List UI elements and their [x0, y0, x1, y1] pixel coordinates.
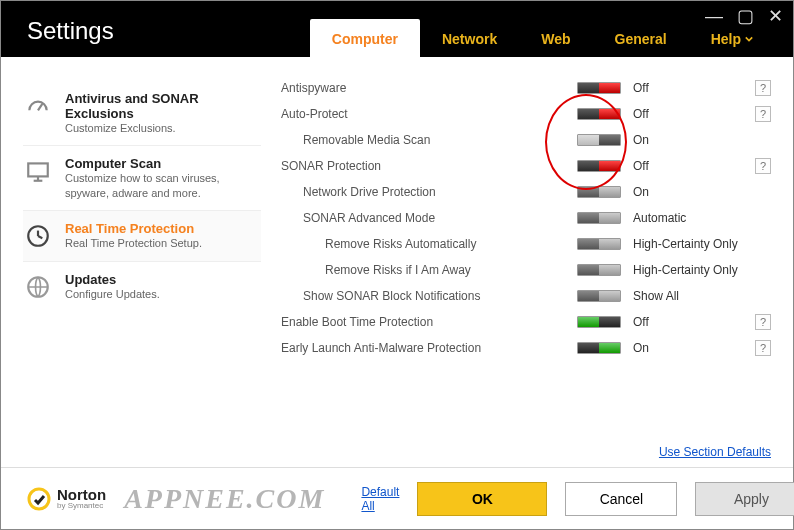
globe-icon: [23, 272, 53, 302]
brand-sub: by Symantec: [57, 502, 106, 510]
toggle-switch[interactable]: [577, 264, 621, 276]
setting-value: Show All: [621, 289, 751, 303]
use-section-defaults-link[interactable]: Use Section Defaults: [659, 445, 771, 459]
tab-network[interactable]: Network: [420, 19, 519, 57]
setting-label: Antispyware: [281, 81, 569, 95]
sidebar-item-label: Antivirus and SONAR Exclusions: [65, 91, 255, 121]
toggle-switch[interactable]: [577, 160, 621, 172]
titlebar: Settings Computer Network Web General He…: [1, 1, 793, 57]
setting-row: SONAR ProtectionOff?: [281, 153, 771, 179]
svg-rect-1: [28, 164, 48, 177]
norton-logo-icon: [27, 487, 51, 511]
setting-label: Enable Boot Time Protection: [281, 315, 569, 329]
toggle-switch[interactable]: [577, 134, 621, 146]
setting-row: Show SONAR Block NotificationsShow All: [281, 283, 771, 309]
toggle-switch[interactable]: [577, 186, 621, 198]
setting-row: Remove Risks AutomaticallyHigh-Certainty…: [281, 231, 771, 257]
setting-label: Removable Media Scan: [281, 133, 569, 147]
sidebar: Antivirus and SONAR Exclusions Customize…: [1, 57, 271, 467]
apply-button[interactable]: Apply: [695, 482, 794, 516]
chevron-down-icon: [745, 35, 753, 43]
setting-label: Network Drive Protection: [281, 185, 569, 199]
help-icon[interactable]: ?: [755, 314, 771, 330]
setting-row: Removable Media ScanOn: [281, 127, 771, 153]
help-icon[interactable]: ?: [755, 340, 771, 356]
help-icon[interactable]: ?: [755, 158, 771, 174]
tab-web[interactable]: Web: [519, 19, 592, 57]
setting-label: Show SONAR Block Notifications: [281, 289, 569, 303]
cancel-button[interactable]: Cancel: [565, 482, 677, 516]
help-icon[interactable]: ?: [755, 80, 771, 96]
content-area: Antivirus and SONAR Exclusions Customize…: [1, 57, 793, 467]
sidebar-item-label: Updates: [65, 272, 160, 287]
sidebar-item-label: Real Time Protection: [65, 221, 202, 236]
minimize-icon[interactable]: —: [705, 7, 723, 25]
toggle-switch[interactable]: [577, 212, 621, 224]
setting-value: On: [621, 133, 751, 147]
setting-value: On: [621, 341, 751, 355]
setting-label: SONAR Advanced Mode: [281, 211, 569, 225]
close-icon[interactable]: ✕: [768, 7, 783, 25]
toggle-switch[interactable]: [577, 290, 621, 302]
maximize-icon[interactable]: ▢: [737, 7, 754, 25]
tab-help-label: Help: [711, 31, 741, 47]
svg-line-6: [38, 236, 42, 238]
setting-value: High-Certainty Only: [621, 237, 751, 251]
svg-point-8: [29, 489, 49, 509]
sidebar-item-label: Computer Scan: [65, 156, 255, 171]
clock-icon: [23, 221, 53, 251]
sidebar-item-computer-scan[interactable]: Computer Scan Customize how to scan viru…: [23, 145, 261, 210]
setting-value: Off: [621, 107, 751, 121]
settings-window: Settings Computer Network Web General He…: [0, 0, 794, 530]
help-icon[interactable]: ?: [755, 106, 771, 122]
watermark: APPNEE.COM: [124, 483, 325, 515]
setting-row: Enable Boot Time ProtectionOff?: [281, 309, 771, 335]
ok-button[interactable]: OK: [417, 482, 547, 516]
gauge-icon: [23, 91, 53, 121]
svg-line-0: [38, 104, 42, 111]
toggle-switch[interactable]: [577, 108, 621, 120]
monitor-icon: [23, 156, 53, 186]
default-all-link[interactable]: Default All: [361, 485, 399, 513]
setting-row: SONAR Advanced ModeAutomatic: [281, 205, 771, 231]
window-controls: — ▢ ✕: [705, 7, 783, 25]
setting-label: Remove Risks Automatically: [281, 237, 569, 251]
toggle-switch[interactable]: [577, 238, 621, 250]
footer: Norton by Symantec APPNEE.COM Default Al…: [1, 467, 793, 529]
tab-general[interactable]: General: [593, 19, 689, 57]
setting-label: Remove Risks if I Am Away: [281, 263, 569, 277]
setting-value: On: [621, 185, 751, 199]
setting-value: Off: [621, 315, 751, 329]
toggle-switch[interactable]: [577, 342, 621, 354]
brand: Norton by Symantec: [27, 487, 106, 511]
tab-computer[interactable]: Computer: [310, 19, 420, 57]
setting-row: Remove Risks if I Am AwayHigh-Certainty …: [281, 257, 771, 283]
setting-row: Network Drive ProtectionOn: [281, 179, 771, 205]
setting-label: Auto-Protect: [281, 107, 569, 121]
settings-panel: AntispywareOff?Auto-ProtectOff?Removable…: [271, 57, 793, 467]
toggle-switch[interactable]: [577, 82, 621, 94]
sidebar-item-sub: Customize Exclusions.: [65, 121, 255, 135]
sidebar-item-sub: Real Time Protection Setup.: [65, 236, 202, 250]
brand-name: Norton: [57, 487, 106, 502]
setting-label: SONAR Protection: [281, 159, 569, 173]
setting-value: Off: [621, 159, 751, 173]
toggle-switch[interactable]: [577, 316, 621, 328]
setting-row: Auto-ProtectOff?: [281, 101, 771, 127]
sidebar-item-sub: Configure Updates.: [65, 287, 160, 301]
sidebar-item-exclusions[interactable]: Antivirus and SONAR Exclusions Customize…: [23, 81, 261, 145]
setting-value: High-Certainty Only: [621, 263, 751, 277]
setting-row: AntispywareOff?: [281, 75, 771, 101]
sidebar-item-real-time[interactable]: Real Time Protection Real Time Protectio…: [23, 210, 261, 261]
sidebar-item-updates[interactable]: Updates Configure Updates.: [23, 261, 261, 312]
setting-value: Automatic: [621, 211, 751, 225]
setting-value: Off: [621, 81, 751, 95]
window-title: Settings: [1, 17, 114, 57]
sidebar-item-sub: Customize how to scan viruses, spyware, …: [65, 171, 255, 200]
setting-row: Early Launch Anti-Malware ProtectionOn?: [281, 335, 771, 361]
setting-label: Early Launch Anti-Malware Protection: [281, 341, 569, 355]
